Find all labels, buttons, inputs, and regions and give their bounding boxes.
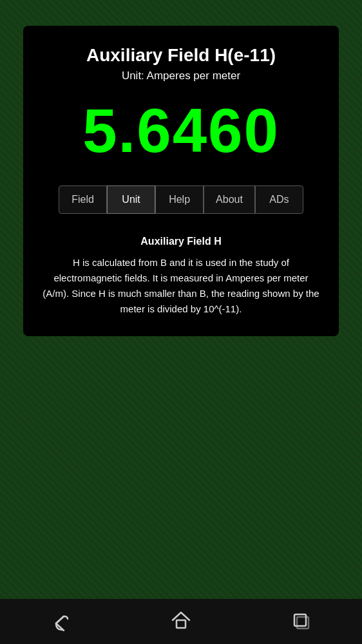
unit-label: Unit: Amperes per meter [122,70,240,82]
tab-about[interactable]: About [204,185,255,214]
svg-rect-2 [297,617,309,629]
svg-rect-1 [294,614,306,626]
recents-button[interactable] [291,609,312,634]
app-title: Auxiliary Field H(e-11) [86,45,276,66]
description-body: H is calculated from B and it is used in… [43,255,319,317]
tab-help[interactable]: Help [155,185,204,214]
tab-ads[interactable]: ADs [255,185,303,214]
svg-rect-0 [176,620,186,628]
back-button[interactable] [50,612,71,630]
display-value: 5.6460 [82,95,280,166]
bottom-nav [0,599,362,644]
description-title: Auxiliary Field H [43,233,319,250]
tab-unit[interactable]: Unit [107,185,155,214]
main-card: Auxiliary Field H(e-11) Unit: Amperes pe… [23,26,339,336]
tab-field[interactable]: Field [59,185,107,214]
description-area: Auxiliary Field H H is calculated from B… [36,233,326,317]
home-button[interactable] [170,609,192,634]
tab-bar: Field Unit Help About ADs [59,185,303,214]
